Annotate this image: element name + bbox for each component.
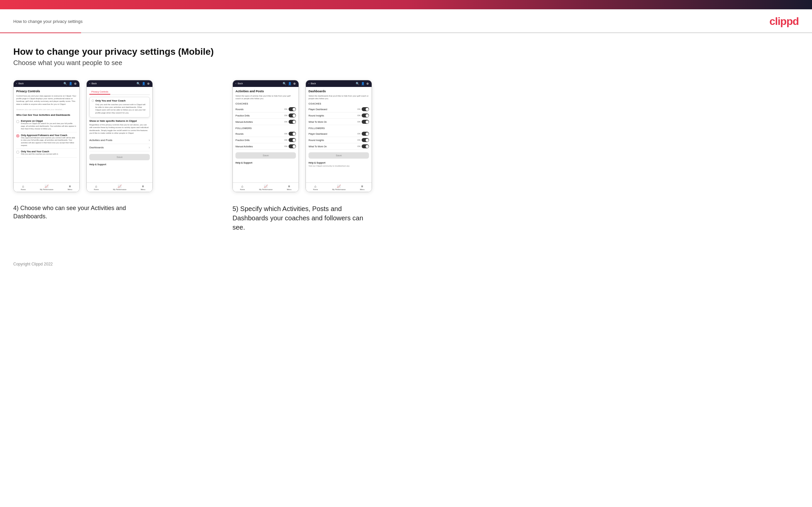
followers-what-to-work-on: ON [357, 145, 360, 147]
popup-desc: Only you and the coaches you connect wit… [95, 103, 147, 114]
nav-home-3[interactable]: ⌂ Home [240, 184, 245, 190]
coaches-drills-toggle-area: ON [284, 113, 296, 117]
coaches-row-manual: Manual Activities ON [236, 119, 296, 125]
screen4-back-label: Back [311, 82, 316, 84]
menu-activities-posts[interactable]: Activities and Posts › [89, 137, 150, 144]
popup-title: Only You and Your Coach [95, 99, 147, 102]
coaches-manual-toggle[interactable] [289, 120, 296, 124]
followers-player-dash-toggle[interactable] [362, 132, 369, 136]
coaches-round-insights-toggle-area: ON [357, 113, 369, 117]
back-chevron-3: ‹ [236, 82, 237, 85]
home-icon-2: ⌂ [95, 184, 97, 188]
option-everyone[interactable]: Everyone on Clippd Everyone on Clippd ca… [16, 118, 77, 132]
screen1-section-desc: Control how you and your data appears to… [16, 95, 77, 106]
header: How to change your privacy settings clip… [0, 9, 812, 33]
nav-performance-2[interactable]: 📈 My Performance [113, 184, 126, 190]
radio-coach-only [16, 151, 19, 154]
followers-label-4: FOLLOWERS [309, 127, 369, 129]
screen1-icons: 🔍 👤 ⊕ [63, 82, 77, 85]
coaches-player-dash-label: Player Dashboard [309, 108, 327, 111]
coaches-player-dash-on: ON [357, 108, 360, 110]
nav-home-label-3: Home [240, 188, 245, 190]
screen1-mockup: ‹ Back 🔍 👤 ⊕ Privacy Controls Control ho… [13, 80, 80, 192]
nav-performance-1[interactable]: 📈 My Performance [40, 184, 53, 190]
followers-drills-toggle[interactable] [289, 138, 296, 142]
coaches-player-dash-toggle[interactable] [362, 107, 369, 111]
screen3-save-btn[interactable]: Save [236, 152, 296, 159]
screen4-back[interactable]: ‹ Back [309, 82, 316, 85]
followers-manual-toggle[interactable] [289, 144, 296, 148]
nav-home-2[interactable]: ⌂ Home [94, 184, 99, 190]
followers-player-dash-on: ON [357, 133, 360, 135]
followers-what-to-work-toggle[interactable] [362, 144, 369, 148]
coaches-what-to-work-on: ON [357, 121, 360, 123]
nav-performance-4[interactable]: 📈 My Performance [332, 184, 345, 190]
coaches-what-to-work-toggle-area: ON [357, 120, 369, 124]
screen2-topbar: ‹ Back 🔍 👤 ⊕ [87, 80, 152, 87]
screen2-mockup: ‹ Back 🔍 👤 ⊕ Privacy Controls [86, 80, 153, 192]
chart-icon-4: 📈 [337, 184, 341, 188]
coaches-row-what-to-work: What To Work On ON [309, 119, 369, 125]
page-title: How to change your privacy settings (Mob… [13, 47, 452, 57]
screenshots-container: ‹ Back 🔍 👤 ⊕ Privacy Controls Control ho… [13, 80, 452, 232]
tab-privacy-controls[interactable]: Privacy Controls [89, 90, 110, 95]
followers-what-to-work-toggle-area: ON [357, 144, 369, 148]
nav-menu-label-3: Menu [287, 188, 292, 190]
logo: clippd [769, 15, 799, 27]
caption-left: 4) Choose who can see your Activities an… [13, 204, 153, 221]
followers-round-insights-toggle[interactable] [362, 138, 369, 142]
option-coach-only-desc: Only you and the coaches you connect wit… [21, 153, 58, 156]
nav-menu-3[interactable]: ≡ Menu [287, 184, 292, 190]
coaches-rounds-on-label: ON [284, 108, 287, 110]
arrow-right-icon-1: › [149, 138, 150, 142]
menu-dashboards[interactable]: Dashboards › [89, 144, 150, 151]
screen3-title: Activities and Posts [236, 90, 296, 93]
person-icon-2[interactable]: 👤 [142, 82, 146, 85]
followers-rounds-label: Rounds [236, 133, 244, 135]
coaches-what-to-work-toggle[interactable] [362, 120, 369, 124]
search-icon[interactable]: 🔍 [63, 82, 67, 85]
nav-menu-1[interactable]: ≡ Menu [68, 184, 72, 190]
person-icon-4[interactable]: 👤 [361, 82, 365, 85]
nav-home-4[interactable]: ⌂ Home [313, 184, 318, 190]
nav-performance-3[interactable]: 📈 My Performance [259, 184, 272, 190]
person-icon-3[interactable]: 👤 [288, 82, 292, 85]
coaches-round-insights-toggle[interactable] [362, 113, 369, 117]
nav-home-1[interactable]: ⌂ Home [21, 184, 26, 190]
option-followers[interactable]: Only Approved Followers and Your Coach O… [16, 132, 77, 149]
search-icon-2[interactable]: 🔍 [137, 82, 140, 85]
screen4-save-btn[interactable]: Save [309, 152, 369, 159]
page-subtitle: Choose what you want people to see [13, 59, 452, 67]
settings-icon-2[interactable]: ⊕ [147, 82, 150, 85]
screen1-back-label: Back [18, 82, 24, 84]
screen2-back[interactable]: ‹ Back [89, 82, 97, 85]
screen1-back[interactable]: ‹ Back [16, 82, 23, 85]
left-phone-pair: ‹ Back 🔍 👤 ⊕ Privacy Controls Control ho… [13, 80, 226, 198]
search-icon-4[interactable]: 🔍 [356, 82, 359, 85]
option-coach-only[interactable]: Only You and Your Coach Only you and the… [16, 149, 77, 158]
copyright: Copyright Clippd 2022 [0, 252, 812, 273]
nav-home-label-4: Home [313, 188, 318, 190]
nav-menu-2[interactable]: ≡ Menu [141, 184, 146, 190]
nav-performance-label-1: My Performance [40, 188, 53, 190]
settings-icon[interactable]: ⊕ [74, 82, 77, 85]
search-icon-3[interactable]: 🔍 [283, 82, 286, 85]
coaches-row-round-insights: Round Insights ON [309, 112, 369, 119]
screen3-back[interactable]: ‹ Back [236, 82, 243, 85]
coaches-drills-on-label: ON [284, 114, 287, 116]
screen3-navbar: ⌂ Home 📈 My Performance ≡ Menu [233, 182, 299, 192]
coaches-label-3: COACHES [236, 103, 296, 105]
settings-icon-4[interactable]: ⊕ [366, 82, 369, 85]
followers-rounds-toggle[interactable] [289, 132, 296, 136]
settings-icon-3[interactable]: ⊕ [293, 82, 296, 85]
nav-menu-4[interactable]: ≡ Menu [360, 184, 365, 190]
coaches-drills-toggle[interactable] [289, 113, 296, 117]
coaches-rounds-toggle[interactable] [289, 107, 296, 111]
screen3-mockup: ‹ Back 🔍 👤 ⊕ Activities and Posts Select… [233, 80, 299, 192]
menu-icon-2: ≡ [142, 184, 144, 188]
followers-label-3: FOLLOWERS [236, 127, 296, 129]
nav-performance-label-2: My Performance [113, 188, 126, 190]
followers-row-manual: Manual Activities ON [236, 143, 296, 150]
screen2-save-btn[interactable]: Save [89, 154, 150, 160]
person-icon[interactable]: 👤 [69, 82, 72, 85]
